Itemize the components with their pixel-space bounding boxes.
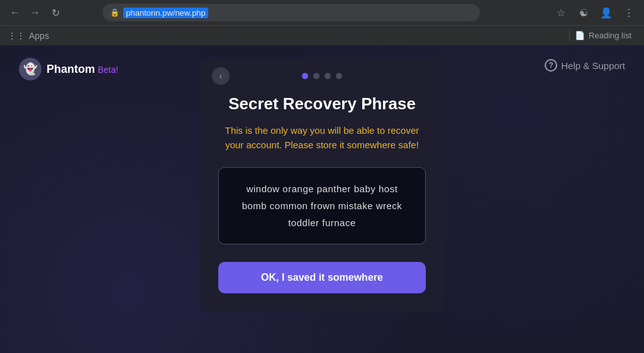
card-title: Secret Recovery Phrase (218, 94, 426, 114)
help-support-link[interactable]: ? Help & Support (545, 59, 625, 72)
nav-buttons: ← → ↻ (6, 4, 64, 21)
page-content: 👻 Phantom Beta! ? Help & Support ‹ Secre… (0, 45, 644, 353)
phantom-header: 👻 Phantom Beta! (19, 58, 118, 80)
back-button[interactable]: ← (6, 4, 24, 21)
reload-button[interactable]: ↻ (47, 4, 64, 21)
forward-button[interactable]: → (26, 4, 44, 21)
address-bar[interactable]: 🔒 phantonn.pw/new.php (103, 4, 480, 21)
warning-text: This is the only way you will be able to… (218, 124, 426, 152)
browser-actions: ☆ ☯ 👤 ⋮ (552, 4, 638, 21)
bookmarks-bar: ⋮⋮ Apps 📄 Reading list (0, 25, 644, 45)
apps-label: Apps (29, 31, 49, 41)
phrase-line-2: bomb common frown mistake wreck (234, 197, 410, 214)
phantom-brand: Phantom Beta! (47, 63, 118, 76)
phrase-line-1: window orange panther baby host (234, 180, 410, 197)
url-text: phantonn.pw/new.php (123, 8, 208, 18)
help-support-label: Help & Support (561, 60, 625, 71)
extensions-button[interactable]: ☯ (575, 4, 592, 21)
browser-topbar: ← → ↻ 🔒 phantonn.pw/new.php ☆ ☯ 👤 ⋮ (0, 0, 644, 25)
phantom-name: Phantom (47, 63, 95, 75)
main-card: ‹ Secret Recovery Phrase This is the onl… (199, 58, 445, 312)
dot-1 (302, 73, 308, 79)
phantom-beta-label: Beta! (97, 65, 118, 75)
browser-chrome: ← → ↻ 🔒 phantonn.pw/new.php ☆ ☯ 👤 ⋮ ⋮⋮ A… (0, 0, 644, 45)
ok-saved-button[interactable]: OK, I saved it somewhere (218, 262, 426, 293)
star-button[interactable]: ☆ (552, 4, 570, 21)
pagination: ‹ (218, 73, 426, 79)
prev-button[interactable]: ‹ (212, 67, 230, 85)
dot-4 (336, 73, 342, 79)
apps-grid-icon: ⋮⋮ (8, 31, 25, 41)
reading-list-icon: 📄 (575, 31, 585, 40)
recovery-phrase-box: window orange panther baby host bomb com… (218, 167, 426, 244)
dot-3 (325, 73, 331, 79)
apps-bookmark[interactable]: ⋮⋮ Apps (8, 31, 49, 41)
help-icon: ? (545, 59, 557, 72)
lock-icon: 🔒 (110, 8, 119, 17)
reading-list-button[interactable]: 📄 Reading list (569, 30, 636, 41)
phrase-line-3: toddler furnace (234, 214, 410, 231)
phantom-logo: 👻 (19, 58, 42, 80)
reading-list-label: Reading list (589, 31, 631, 40)
profile-button[interactable]: 👤 (597, 4, 615, 21)
ghost-icon: 👻 (23, 62, 37, 76)
menu-button[interactable]: ⋮ (620, 4, 638, 21)
dot-2 (313, 73, 319, 79)
